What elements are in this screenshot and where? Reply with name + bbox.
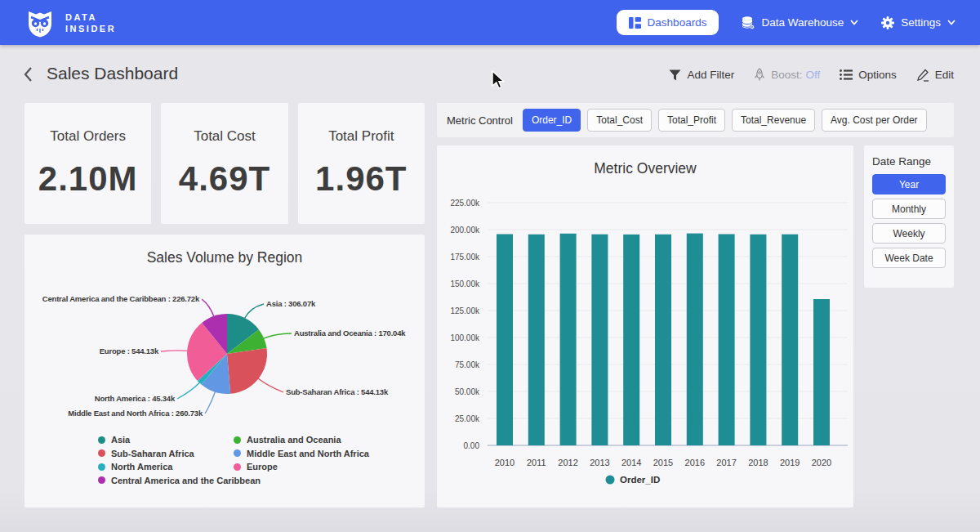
pie-callout-line <box>202 299 214 317</box>
chevron-down-icon <box>850 20 858 25</box>
pie-callout-label: Central America and the Caribbean : 226.… <box>42 294 200 303</box>
bar-2013[interactable] <box>591 235 608 445</box>
bar-2018[interactable] <box>750 235 766 445</box>
bar-2016[interactable] <box>687 234 703 445</box>
metric-chip-order-id[interactable]: Order_ID <box>523 109 581 132</box>
boost-label: Boost: <box>771 69 802 81</box>
x-tick-label: 2019 <box>780 458 800 467</box>
dashboards-button[interactable]: Dashboards <box>617 10 719 35</box>
metric-control-strip: Metric Control Order_IDTotal_CostTotal_P… <box>437 103 954 137</box>
legend-label: Europe <box>247 462 278 472</box>
x-tick-label: 2020 <box>812 458 831 467</box>
pie-callout-label: Middle East and North Africa : 260.73k <box>68 409 203 418</box>
metric-chip-avg-cost-per-order[interactable]: Avg. Cost per Order <box>822 109 927 132</box>
y-tick-label: 225.00k <box>450 199 480 208</box>
bar-2014[interactable] <box>623 235 639 445</box>
database-icon <box>742 16 755 29</box>
legend-dot-icon <box>234 449 241 457</box>
legend-dot-icon <box>98 436 105 444</box>
add-filter-label: Add Filter <box>687 69 734 81</box>
pie-callout-line <box>205 391 216 414</box>
legend-item-sub-saharan-africa[interactable]: Sub-Saharan Africa <box>98 449 194 458</box>
legend-item-europe[interactable]: Europe <box>234 462 278 472</box>
brand-text: DATA INSIDER <box>65 11 116 34</box>
pie-callout-line <box>161 351 188 351</box>
x-tick-label: 2018 <box>748 458 768 467</box>
date-range-option-monthly[interactable]: Monthly <box>872 199 946 219</box>
legend-dot-icon <box>98 449 105 457</box>
back-button[interactable] <box>22 66 33 86</box>
y-tick-label: 175.00k <box>450 253 480 262</box>
date-range-card: Date Range YearMonthlyWeeklyWeek Date <box>864 145 954 288</box>
pie-slice-sub-saharan-africa[interactable] <box>227 348 267 394</box>
date-range-option-week-date[interactable]: Week Date <box>872 248 946 268</box>
legend-label: Sub-Saharan Africa <box>111 449 194 458</box>
options-button[interactable]: Options <box>840 69 897 81</box>
bar-legend-label: Order_ID <box>620 475 660 485</box>
legend-item-central-america-and-the-caribbean[interactable]: Central America and the Caribbean <box>98 476 261 485</box>
pie-chart-card: Sales Volume by Region Asia : 306.07kAus… <box>24 235 425 507</box>
legend-label: North America <box>111 462 172 472</box>
x-tick-label: 2014 <box>621 458 641 467</box>
bar-2020[interactable] <box>813 299 830 445</box>
legend-label: Australia and Oceania <box>247 435 341 445</box>
edit-label: Edit <box>935 69 954 81</box>
date-range-option-weekly[interactable]: Weekly <box>872 223 946 244</box>
kpi-card-total-cost: Total Cost4.69T <box>161 103 287 224</box>
metric-chip-total-revenue[interactable]: Total_Revenue <box>732 109 815 132</box>
options-list-icon <box>840 69 853 80</box>
bar-2012[interactable] <box>560 234 577 445</box>
legend-item-north-america[interactable]: North America <box>98 462 172 472</box>
kpi-value: 1.96T <box>315 159 407 199</box>
brand: DATA INSIDER <box>24 7 116 38</box>
bar-chart-card: Metric Overview 0.0025.00k50.00k75.00k10… <box>437 145 853 507</box>
dashboards-grid-icon <box>629 17 641 29</box>
kpi-label: Total Profit <box>328 128 394 145</box>
metric-chip-total-profit[interactable]: Total_Profit <box>658 109 725 132</box>
chevron-down-icon <box>947 20 956 25</box>
y-tick-label: 125.00k <box>450 306 480 315</box>
y-tick-label: 100.00k <box>450 333 480 342</box>
data-warehouse-menu[interactable]: Data Warehouse <box>742 16 858 29</box>
settings-label: Settings <box>901 16 941 29</box>
add-filter-button[interactable]: Add Filter <box>669 69 734 81</box>
bar-2011[interactable] <box>528 235 545 445</box>
kpi-value: 4.69T <box>179 159 270 199</box>
pie-callout-label: Europe : 544.13k <box>100 346 159 355</box>
y-tick-label: 50.00k <box>455 387 480 396</box>
y-tick-label: 75.00k <box>455 360 480 369</box>
x-tick-label: 2015 <box>653 458 673 467</box>
date-range-option-year[interactable]: Year <box>872 174 946 194</box>
boost-toggle[interactable]: Boost: Off <box>754 68 820 82</box>
bar-2019[interactable] <box>782 235 798 445</box>
pie-callout-line <box>244 304 264 319</box>
filter-icon <box>669 69 681 81</box>
kpi-label: Total Cost <box>194 128 256 145</box>
x-tick-label: 2011 <box>527 458 546 467</box>
pie-callout-line <box>177 382 200 399</box>
legend-item-middle-east-and-north-africa[interactable]: Middle East and North Africa <box>234 449 369 458</box>
legend-item-australia-and-oceania[interactable]: Australia and Oceania <box>234 435 341 445</box>
bar-2015[interactable] <box>655 235 671 445</box>
pie-callout-label: North America : 45.34k <box>95 394 176 403</box>
page-title: Sales Dashboard <box>47 64 178 83</box>
settings-menu[interactable]: Settings <box>881 16 956 29</box>
bar-legend-dot-icon <box>606 476 615 485</box>
kpi-row: Total Orders2.10MTotal Cost4.69TTotal Pr… <box>24 103 425 224</box>
date-range-label: Date Range <box>872 155 946 168</box>
x-tick-label: 2013 <box>590 458 609 467</box>
legend-label: Asia <box>111 435 130 445</box>
bar-2010[interactable] <box>497 235 513 446</box>
legend-item-asia[interactable]: Asia <box>98 435 130 445</box>
metric-chip-total-cost[interactable]: Total_Cost <box>587 109 652 132</box>
date-range-buttons: YearMonthlyWeeklyWeek Date <box>872 174 946 268</box>
mouse-cursor <box>490 70 508 90</box>
kpi-value: 2.10M <box>38 159 138 199</box>
boost-value: Off <box>805 69 820 81</box>
edit-button[interactable]: Edit <box>916 69 954 82</box>
bar-2017[interactable] <box>719 235 735 446</box>
legend-dot-icon <box>98 463 105 471</box>
pencil-icon <box>916 69 929 82</box>
rocket-icon <box>754 68 765 82</box>
options-label: Options <box>858 69 897 81</box>
